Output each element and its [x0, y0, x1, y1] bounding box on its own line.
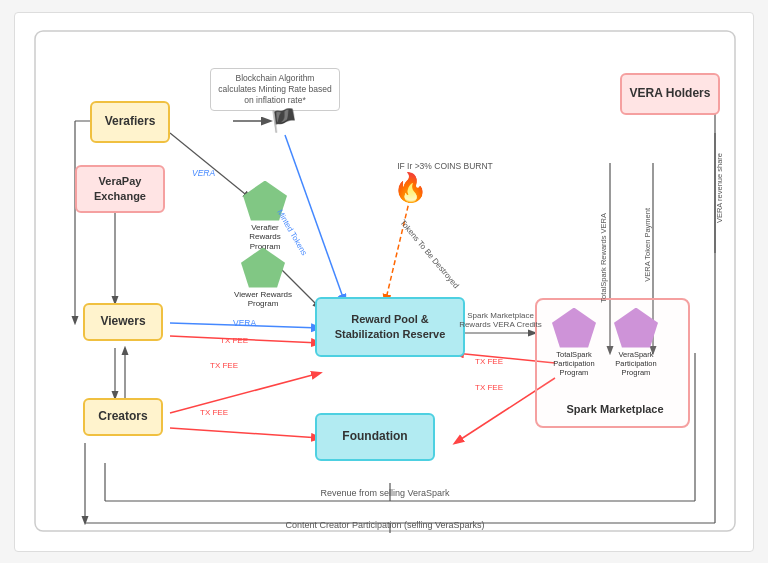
verapay-box: VeraPay Exchange [75, 165, 165, 213]
tx-fee-label-1: TX FEE [220, 336, 248, 346]
vera-holders-box: VERA Holders [620, 73, 720, 115]
veraspark-pentagon-shape [614, 308, 658, 348]
if-ir-label: IF Ir >3% COINS BURNT [385, 161, 505, 171]
spark-rewards-label: Spark Marketplace Rewards VERA Credits [458, 311, 543, 330]
vera-revenue-share-label: VERA revenue share [715, 153, 731, 223]
vera-label-viewers: VERA [233, 318, 256, 328]
flag-icon: 🏴 [270, 108, 297, 134]
veraspark-pentagon: VeraSpark Participation Program [605, 308, 667, 377]
reward-pool-box: Reward Pool & Stabilization Reserve [315, 297, 465, 357]
vera-label-left: VERA [192, 168, 215, 178]
svg-line-3 [385, 198, 410, 303]
tokens-destroyed-label: Tokens To Be Destroyed [398, 218, 461, 290]
creators-box: Creators [83, 398, 163, 436]
tx-fee-label-4: TX FEE [475, 357, 503, 367]
spark-marketplace-label: Spark Marketplace [555, 403, 675, 416]
foundation-box: Foundation [315, 413, 435, 461]
verafiers-box: Verafiers [90, 101, 170, 143]
revenue-selling-label: Revenue from selling VeraSpark [275, 488, 495, 499]
diagram-container: Blockchain Algorithm calculates Minting … [14, 12, 754, 552]
totalspark-pentagon-shape [552, 308, 596, 348]
totalspark-pentagon: TotalSpark Participation Program [545, 308, 603, 377]
viewer-rewards-pentagon: Viewer Rewards Program [233, 248, 293, 309]
totalspark-rewards-label: TotalSpark Rewards VERA [600, 213, 616, 303]
svg-line-8 [170, 373, 320, 413]
viewer-pentagon-shape [241, 248, 285, 288]
tx-fee-label-2: TX FEE [210, 361, 238, 371]
content-creator-label: Content Creator Participation (selling V… [255, 520, 515, 531]
tx-fee-label-5: TX FEE [475, 383, 503, 393]
viewers-box: Viewers [83, 303, 163, 341]
fire-icon: 🔥 [393, 171, 428, 204]
svg-line-9 [170, 428, 320, 438]
vera-token-payment-label: VERA Token Payment [643, 208, 659, 282]
blockchain-algo-label: Blockchain Algorithm calculates Minting … [210, 68, 340, 111]
tx-fee-label-3: TX FEE [200, 408, 228, 418]
